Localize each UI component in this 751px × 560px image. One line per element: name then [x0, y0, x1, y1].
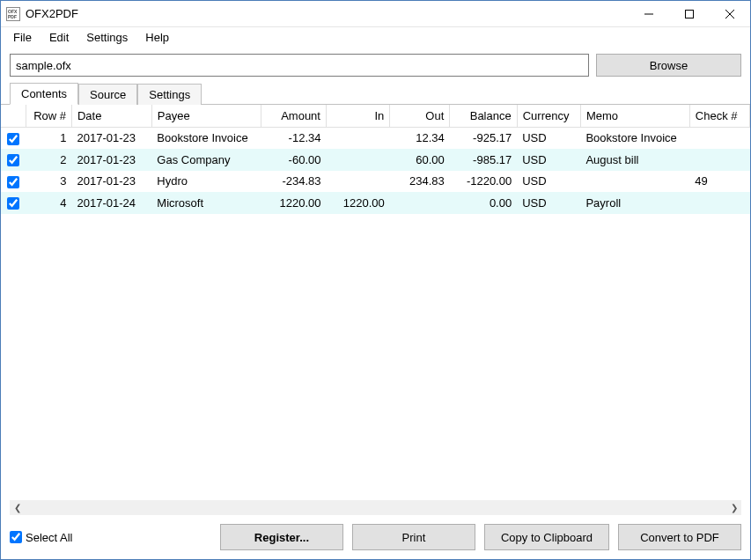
cell-rownum: 4: [26, 192, 72, 214]
cell-out: 60.00: [390, 149, 450, 171]
register-button[interactable]: Register...: [220, 524, 343, 550]
cell-amount: -234.83: [261, 171, 326, 193]
cell-memo: Bookstore Invoice: [580, 128, 689, 150]
svg-rect-1: [686, 10, 694, 18]
cell-balance: -1220.00: [450, 171, 517, 193]
cell-out: 234.83: [390, 171, 450, 193]
table-row[interactable]: 32017-01-23Hydro-234.83234.83-1220.00USD…: [1, 171, 750, 193]
row-checkbox[interactable]: [7, 176, 19, 188]
convert-pdf-button[interactable]: Convert to PDF: [618, 524, 741, 550]
title-bar: OFX PDF OFX2PDF: [1, 1, 750, 27]
horizontal-scrollbar[interactable]: ❮ ❯: [10, 500, 741, 515]
table-container: Row # Date Payee Amount In Out Balance C…: [1, 105, 750, 500]
header-check[interactable]: Check #: [689, 105, 749, 128]
header-date[interactable]: Date: [71, 105, 151, 128]
cell-check: [689, 128, 749, 150]
cell-balance: -925.17: [450, 128, 517, 150]
table-empty-area: [1, 214, 750, 500]
maximize-button[interactable]: [669, 1, 710, 27]
bottom-bar: Select All Register... Print Copy to Cli…: [1, 515, 750, 559]
scroll-right-arrow-icon[interactable]: ❯: [726, 500, 741, 515]
cell-date: 2017-01-23: [71, 128, 151, 150]
transactions-table: Row # Date Payee Amount In Out Balance C…: [1, 105, 750, 214]
header-memo[interactable]: Memo: [580, 105, 689, 128]
cell-check: [689, 149, 749, 171]
select-all-label: Select All: [26, 531, 72, 544]
header-checkbox[interactable]: [1, 105, 26, 128]
cell-check: 49: [689, 171, 749, 193]
scroll-left-arrow-icon[interactable]: ❮: [10, 500, 25, 515]
header-rownum[interactable]: Row #: [26, 105, 72, 128]
cell-date: 2017-01-23: [71, 149, 151, 171]
cell-date: 2017-01-24: [71, 192, 151, 214]
cell-out: 12.34: [390, 128, 450, 150]
header-currency[interactable]: Currency: [517, 105, 580, 128]
menu-file[interactable]: File: [4, 29, 40, 46]
cell-amount: -12.34: [261, 128, 326, 150]
cell-payee: Microsoft: [151, 192, 261, 214]
table-row[interactable]: 22017-01-23Gas Company-60.0060.00-985.17…: [1, 149, 750, 171]
cell-in: [326, 128, 389, 150]
cell-currency: USD: [517, 192, 580, 214]
tab-contents[interactable]: Contents: [10, 83, 78, 105]
cell-payee: Bookstore Invoice: [151, 128, 261, 150]
tab-settings[interactable]: Settings: [137, 84, 202, 105]
menu-bar: File Edit Settings Help: [1, 27, 750, 47]
table-row[interactable]: 12017-01-23Bookstore Invoice-12.3412.34-…: [1, 128, 750, 150]
row-checkbox[interactable]: [7, 133, 19, 145]
row-checkbox-cell[interactable]: [1, 192, 26, 214]
cell-payee: Gas Company: [151, 149, 261, 171]
cell-in: [326, 171, 389, 193]
select-all-input[interactable]: [10, 531, 22, 543]
header-payee[interactable]: Payee: [151, 105, 261, 128]
header-balance[interactable]: Balance: [450, 105, 517, 128]
cell-balance: -985.17: [450, 149, 517, 171]
copy-clipboard-button[interactable]: Copy to Clipboard: [484, 524, 609, 550]
cell-check: [689, 192, 749, 214]
cell-date: 2017-01-23: [71, 171, 151, 193]
browse-button[interactable]: Browse: [596, 54, 741, 77]
menu-edit[interactable]: Edit: [40, 29, 77, 46]
header-amount[interactable]: Amount: [261, 105, 326, 128]
row-checkbox-cell[interactable]: [1, 149, 26, 171]
cell-in: 1220.00: [326, 192, 389, 214]
cell-amount: -60.00: [261, 149, 326, 171]
filename-input[interactable]: [10, 54, 589, 77]
cell-currency: USD: [517, 171, 580, 193]
cell-memo: [580, 171, 689, 193]
cell-rownum: 1: [26, 128, 72, 150]
header-out[interactable]: Out: [390, 105, 450, 128]
table-header-row: Row # Date Payee Amount In Out Balance C…: [1, 105, 750, 128]
cell-rownum: 2: [26, 149, 72, 171]
close-button[interactable]: [710, 1, 750, 27]
row-checkbox[interactable]: [7, 154, 19, 166]
app-icon: OFX PDF: [6, 7, 20, 21]
cell-amount: 1220.00: [261, 192, 326, 214]
cell-balance: 0.00: [450, 192, 517, 214]
cell-in: [326, 149, 389, 171]
print-button[interactable]: Print: [352, 524, 475, 550]
header-in[interactable]: In: [326, 105, 389, 128]
menu-settings[interactable]: Settings: [77, 29, 136, 46]
cell-out: [390, 192, 450, 214]
select-all-checkbox[interactable]: Select All: [10, 531, 72, 544]
table-row[interactable]: 42017-01-24Microsoft1220.001220.000.00US…: [1, 192, 750, 214]
file-row: Browse: [1, 47, 750, 82]
cell-rownum: 3: [26, 171, 72, 193]
tab-bar: Contents Source Settings: [1, 82, 750, 105]
cell-currency: USD: [517, 149, 580, 171]
cell-currency: USD: [517, 128, 580, 150]
row-checkbox[interactable]: [7, 197, 19, 210]
cell-memo: August bill: [580, 149, 689, 171]
row-checkbox-cell[interactable]: [1, 128, 26, 150]
tab-source[interactable]: Source: [78, 84, 137, 105]
row-checkbox-cell[interactable]: [1, 171, 26, 193]
cell-payee: Hydro: [151, 171, 261, 193]
scrollbar-track[interactable]: [25, 500, 726, 515]
cell-memo: Payroll: [580, 192, 689, 214]
window-title: OFX2PDF: [26, 7, 629, 20]
menu-help[interactable]: Help: [136, 29, 178, 46]
minimize-button[interactable]: [629, 1, 669, 27]
